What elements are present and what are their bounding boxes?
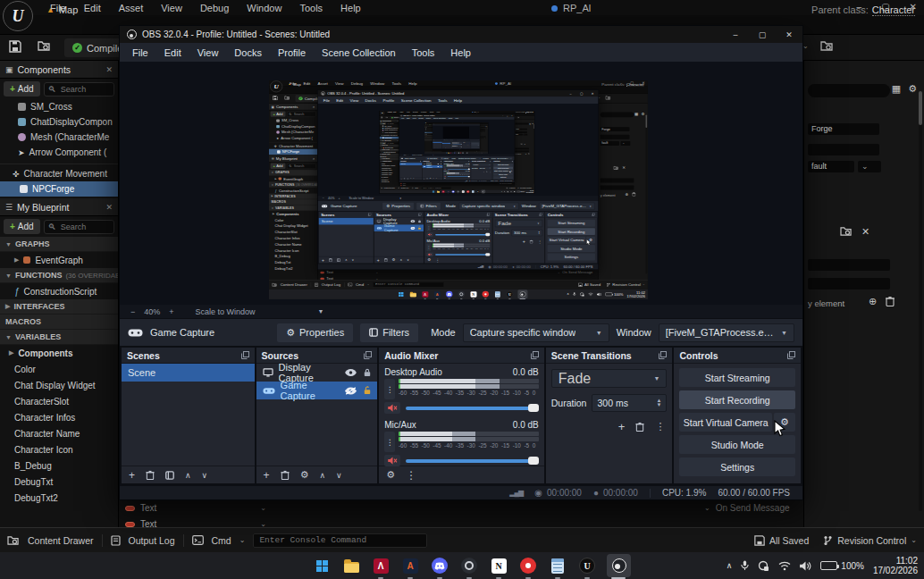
details-field-empty2[interactable] <box>808 259 890 271</box>
details-scrollbar[interactable] <box>919 91 922 511</box>
details-field-empty[interactable] <box>808 144 879 155</box>
duration-down-icon[interactable]: ▼ <box>656 403 661 407</box>
visibility-eye-icon[interactable] <box>345 369 357 376</box>
volume-slider-handle[interactable] <box>528 457 539 465</box>
console-command-input[interactable] <box>253 533 427 548</box>
grid-view-icon[interactable]: ▦ <box>892 83 901 95</box>
section-graphs[interactable]: ▼ GRAPHS <box>0 237 118 252</box>
obs-menu-file[interactable]: File <box>124 47 156 58</box>
browse-to-asset-icon[interactable] <box>840 226 853 238</box>
browse-asset-icon[interactable] <box>820 40 834 52</box>
cmd-button[interactable]: Cmd <box>212 535 231 546</box>
volume-slider[interactable] <box>406 459 539 463</box>
wifi-icon[interactable] <box>778 561 791 571</box>
popout-icon[interactable] <box>659 351 667 359</box>
section-variables[interactable]: ▼ VARIABLES <box>0 330 118 345</box>
component-item-mesh[interactable]: Mesh (CharacterMe <box>0 130 118 145</box>
record-app-icon[interactable] <box>518 556 538 575</box>
zoom-out-button[interactable]: − <box>130 307 135 316</box>
transition-select[interactable]: Fade ▼ <box>551 369 668 388</box>
variable-item-debugtxt[interactable]: DebugTxt <box>0 474 118 490</box>
source-item-game-capture[interactable]: Game Capture <box>256 382 378 399</box>
section-macros[interactable]: MACROS <box>0 315 118 330</box>
variable-item-chat-display-widget[interactable]: Chat Display Widget <box>0 377 118 393</box>
tray-expand-icon[interactable]: ∧ <box>727 561 733 570</box>
components-close-icon[interactable]: ✕ <box>105 65 113 74</box>
event-row-text-2[interactable]: Text ⌄ <box>125 519 266 527</box>
app-a-icon[interactable]: A <box>400 556 420 575</box>
function-item-constructionscript[interactable]: ƒ ConstructionScript <box>0 283 118 299</box>
mode-select[interactable]: Capture specific window ▼ <box>463 323 609 342</box>
start-button-icon[interactable] <box>312 556 332 575</box>
obs-close-button[interactable]: ✕ <box>776 26 802 43</box>
add-element-icon[interactable]: ⊕ <box>869 296 877 307</box>
move-source-up-button[interactable]: ∧ <box>320 471 326 480</box>
remove-scene-button[interactable] <box>146 470 155 480</box>
move-source-down-button[interactable]: ∨ <box>336 471 342 480</box>
blueprint-search[interactable]: 🔍︎ <box>44 220 114 234</box>
volume-slider-handle[interactable] <box>528 404 539 412</box>
blueprint-add-button[interactable]: + Add <box>4 219 40 234</box>
move-scene-down-button[interactable]: ∨ <box>202 471 208 480</box>
components-search-input[interactable] <box>59 84 110 95</box>
variable-item-character-icon[interactable]: Character Icon <box>0 441 118 457</box>
details-dropdown[interactable]: ⌄ <box>858 161 881 172</box>
discord-icon[interactable] <box>430 556 449 575</box>
ue-menu-tools[interactable]: Tools <box>290 2 332 14</box>
duration-spinner[interactable]: 300 ms ▲ ▼ <box>592 394 667 412</box>
system-tray-app-icon[interactable] <box>758 560 769 572</box>
mute-button[interactable] <box>384 455 400 466</box>
variable-item-color[interactable]: Color <box>0 361 118 377</box>
component-item-arrow[interactable]: ➤ Arrow Component ( <box>0 145 118 160</box>
my-blueprint-close-icon[interactable]: ✕ <box>105 203 113 212</box>
popout-icon[interactable] <box>364 351 372 359</box>
variable-item-character-name[interactable]: Character Name <box>0 425 118 441</box>
move-scene-up-button[interactable]: ∧ <box>185 471 191 480</box>
advanced-audio-button[interactable]: ⚙ <box>386 469 395 481</box>
add-scene-button[interactable]: + <box>129 469 135 482</box>
source-item-display-capture[interactable]: Display Capture <box>256 364 378 382</box>
component-item-sm-cross[interactable]: SM_Cross <box>0 99 118 114</box>
component-item-npcforge[interactable]: NPCForge <box>0 181 118 197</box>
ue-menu-asset[interactable]: Asset <box>110 2 153 14</box>
start-virtual-camera-button[interactable]: Start Virtual Camera <box>679 413 772 432</box>
variable-category-components[interactable]: ▶ Components <box>0 345 118 361</box>
scale-mode-select[interactable]: Scale to Window <box>196 307 256 316</box>
mixer-menu-button[interactable]: ⋮ <box>406 469 416 482</box>
toolbar-caret-icon[interactable]: ⌄ <box>802 42 809 50</box>
obs-preview-canvas[interactable]: File Edit Asset View Debug Window Tools … <box>120 62 802 305</box>
mute-button[interactable] <box>384 402 400 414</box>
components-search[interactable]: 🔍︎ <box>44 82 114 96</box>
popout-icon[interactable] <box>531 351 539 359</box>
transition-menu-button[interactable]: ⋮ <box>655 421 665 432</box>
variable-item-b-debug[interactable]: B_Debug <box>0 457 118 474</box>
clear-asset-icon[interactable]: ✕ <box>861 226 869 238</box>
details-field-empty3[interactable] <box>808 278 890 290</box>
unreal-engine-taskbar-icon[interactable]: U <box>577 556 597 575</box>
window-select[interactable]: [FiveM_GTAProcess.exe]: FiveM® by Cfx.re… <box>659 323 794 342</box>
components-add-button[interactable]: + Add <box>4 81 40 96</box>
obs-taskbar-icon[interactable] <box>607 554 631 577</box>
channel-menu-button[interactable]: ⋮ <box>384 379 395 399</box>
start-streaming-button[interactable]: Start Streaming <box>679 368 795 387</box>
zoom-in-button[interactable]: + <box>169 307 173 316</box>
notepad-icon[interactable] <box>548 556 567 575</box>
add-transition-button[interactable]: + <box>618 420 626 433</box>
content-drawer-button[interactable]: Content Drawer <box>28 535 94 546</box>
obs-menu-tools[interactable]: Tools <box>404 47 443 58</box>
filters-button[interactable]: Filters <box>360 323 418 342</box>
capture-app-icon[interactable] <box>459 556 479 575</box>
add-source-button[interactable]: + <box>264 469 270 482</box>
browse-icon[interactable] <box>38 40 51 52</box>
variable-item-character-infos[interactable]: Character Infos <box>0 409 118 425</box>
scene-list-item[interactable]: Scene <box>122 364 255 382</box>
obs-menu-help[interactable]: Help <box>442 47 479 58</box>
popout-icon[interactable] <box>241 351 249 359</box>
notion-icon[interactable]: N <box>489 556 508 575</box>
section-functions[interactable]: ▼ FUNCTIONS (36 OVERRIDABLE) <box>0 268 118 283</box>
obs-menu-view[interactable]: View <box>189 47 227 58</box>
channel-menu-button[interactable]: ⋮ <box>384 432 395 452</box>
details-field-fault[interactable]: fault <box>808 161 854 172</box>
popout-icon[interactable] <box>787 351 795 359</box>
save-icon[interactable] <box>9 40 21 53</box>
